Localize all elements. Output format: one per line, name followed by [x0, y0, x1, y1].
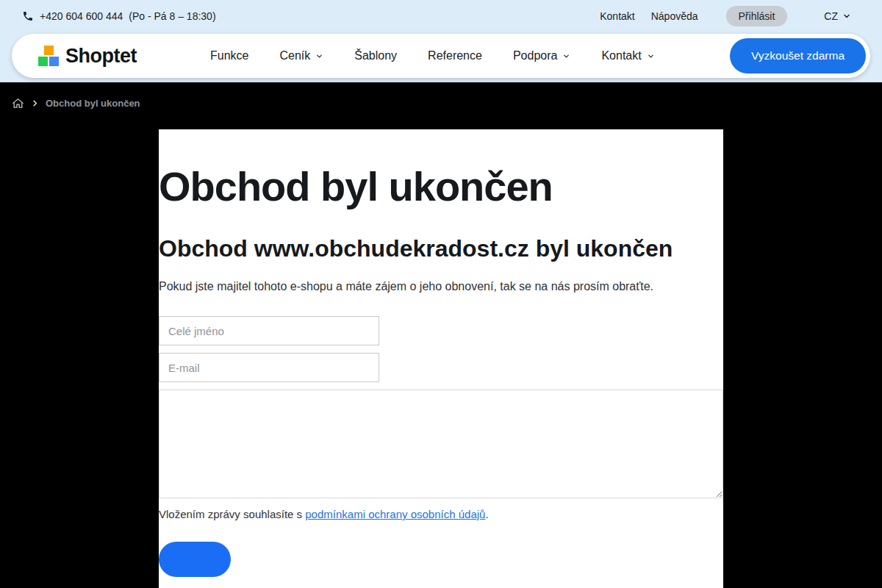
try-free-button[interactable]: Vyzkoušet zdarma	[730, 38, 866, 74]
nav-item-podpora[interactable]: Podpora	[513, 49, 571, 62]
nav-item-sablony[interactable]: Šablony	[354, 49, 397, 62]
shoptet-logo-icon	[38, 46, 59, 66]
breadcrumb: Obchod byl ukončen	[12, 97, 140, 110]
nav-item-reference[interactable]: Reference	[428, 49, 482, 62]
nav-item-label: Šablony	[354, 49, 397, 62]
breadcrumb-current: Obchod byl ukončen	[46, 98, 140, 109]
utility-links: Kontakt Nápověda Přihlásit CZ	[600, 6, 851, 26]
utility-bar: +420 604 600 444 (Po - Pá 8 – 18:30) Kon…	[0, 0, 882, 32]
nav-item-label: Podpora	[513, 49, 558, 62]
login-button[interactable]: Přihlásit	[726, 6, 788, 26]
phone-icon	[22, 10, 34, 22]
full-name-input[interactable]	[159, 316, 379, 345]
nav-item-funkce[interactable]: Funkce	[210, 49, 248, 62]
content-card: Obchod byl ukončen Obchod www.obchudekra…	[159, 129, 723, 588]
shoptet-logo[interactable]: Shoptet	[38, 45, 137, 68]
home-icon[interactable]	[12, 97, 24, 110]
chevron-down-icon	[842, 12, 851, 21]
nav-menu: Funkce Ceník Šablony Reference Podpora K…	[210, 49, 655, 62]
main-navbar: Shoptet Funkce Ceník Šablony Reference P…	[12, 34, 870, 78]
consent-text: Vložením zprávy souhlasíte s podmínkami …	[159, 507, 723, 522]
contact-form: Vložením zprávy souhlasíte s podmínkami …	[159, 316, 723, 577]
language-selector[interactable]: CZ	[824, 10, 851, 22]
brand-name: Shoptet	[65, 45, 137, 68]
message-textarea[interactable]	[159, 390, 723, 498]
privacy-policy-link[interactable]: podmínkami ochrany osobních údajů	[305, 508, 485, 520]
topbar-link-kontakt[interactable]: Kontakt	[600, 10, 634, 22]
email-input[interactable]	[159, 353, 379, 382]
nav-item-label: Reference	[428, 49, 482, 62]
page-subtitle: Obchod www.obchudekradost.cz byl ukončen	[159, 229, 723, 268]
consent-suffix: .	[485, 508, 488, 520]
chevron-down-icon	[647, 52, 655, 60]
description-text: Pokud jste majitel tohoto e-shopu a máte…	[159, 279, 723, 295]
nav-item-label: Kontakt	[601, 49, 641, 62]
phone-number: +420 604 600 444	[40, 10, 123, 22]
nav-item-label: Ceník	[279, 49, 310, 62]
phone-info: +420 604 600 444 (Po - Pá 8 – 18:30)	[22, 10, 216, 22]
page-title: Obchod byl ukončen	[159, 163, 723, 210]
submit-button[interactable]	[159, 542, 231, 577]
language-code: CZ	[824, 10, 838, 22]
nav-item-cenik[interactable]: Ceník	[279, 49, 323, 62]
chevron-down-icon	[562, 52, 570, 60]
chevron-right-icon	[31, 99, 39, 107]
chevron-down-icon	[315, 52, 323, 60]
nav-item-label: Funkce	[210, 49, 248, 62]
opening-hours: (Po - Pá 8 – 18:30)	[129, 10, 215, 22]
consent-prefix: Vložením zprávy souhlasíte s	[159, 508, 305, 520]
nav-item-kontakt[interactable]: Kontakt	[601, 49, 654, 62]
topbar-link-napoveda[interactable]: Nápověda	[651, 10, 698, 22]
